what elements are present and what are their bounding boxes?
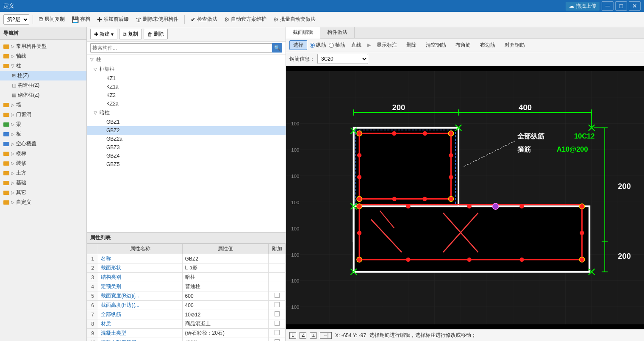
prop-checkbox[interactable] (275, 330, 280, 335)
nav-item-wall[interactable]: ▷ 墙 (0, 100, 86, 110)
props-row-check[interactable] (269, 301, 286, 310)
copy-component-button[interactable]: ⧉ 复制 (119, 29, 142, 39)
props-row-value[interactable]: (C30) (182, 338, 268, 341)
corner-rebar-button[interactable]: 布角筋 (452, 41, 474, 50)
delete-rebar-button[interactable]: 删除 (403, 41, 420, 50)
props-row-value[interactable]: 600 (182, 291, 268, 301)
tree-node-gbz3[interactable]: GBZ3 (87, 143, 286, 152)
search-button[interactable]: 🔍 (272, 43, 282, 53)
edge-rebar-button[interactable]: 布边筋 (477, 41, 499, 50)
nav-item-column[interactable]: ▽ 柱 (0, 61, 86, 71)
nav-item-decoration[interactable]: ▷ 装修 (0, 158, 86, 168)
props-row-check[interactable] (269, 273, 286, 282)
delete-unused-button[interactable]: 🗑 删除未使用构件 (133, 15, 181, 24)
straight-line-button[interactable]: 直线 (348, 41, 365, 50)
nav-item-hollow-floor[interactable]: ▷ 空心楼盖 (0, 139, 86, 149)
nav-title: 导航树 (0, 27, 86, 40)
nav-item-earthwork[interactable]: ▷ 土方 (0, 168, 86, 178)
svg-text:100: 100 (291, 200, 299, 205)
tree-node-gbz4[interactable]: GBZ4 (87, 152, 286, 160)
props-row-check[interactable] (269, 310, 286, 319)
search-input[interactable] (90, 43, 272, 53)
nav-sub-col-sb[interactable]: ▦ 砌体柱(Z) (0, 90, 86, 100)
canvas-area[interactable]: 100 100 100 100 100 100 100 100 (286, 66, 644, 329)
tree-node-gbz2a[interactable]: GBZ2a (87, 135, 286, 143)
tree-node-frame-col[interactable]: ▽ 框架柱 (87, 64, 286, 74)
props-row-value[interactable]: 10⊘12 (182, 310, 268, 319)
canvas-tabs: 截面编辑 构件做法 (286, 27, 644, 39)
minimize-button[interactable]: ─ (602, 1, 613, 11)
nav-sub-col-z[interactable]: ⊞ 柱(Z) (0, 71, 86, 80)
tree-node-gbz5[interactable]: GBZ5 (87, 160, 286, 169)
nav-item-common-types[interactable]: ▷ 常用构件类型 (0, 42, 86, 51)
tree-node-kz1a[interactable]: KZ1a (87, 83, 286, 91)
cloud-upload-button[interactable]: ☁ 拖拽上传 (565, 1, 600, 11)
save-button[interactable]: 💾 存档 (69, 15, 93, 24)
tree-node-kz1[interactable]: KZ1 (87, 74, 286, 83)
layer-select[interactable]: 第2层 第1层 第3层 (3, 14, 29, 25)
props-row-check[interactable] (269, 329, 286, 338)
tree-node-hidden-col[interactable]: ▽ 暗柱 (87, 108, 286, 118)
prop-checkbox[interactable] (275, 311, 280, 316)
props-row-check[interactable] (269, 319, 286, 329)
props-row-value[interactable]: 400 (182, 301, 268, 310)
svg-text:100: 100 (291, 226, 299, 231)
nav-item-other[interactable]: ▷ 其它 (0, 188, 86, 197)
select-tool-button[interactable]: 选择 (289, 40, 307, 50)
svg-point-39 (357, 204, 362, 209)
tree-node-gbz2[interactable]: GBZ2 (87, 126, 286, 135)
props-row-value[interactable]: 暗柱 (182, 273, 268, 282)
nav-item-beam[interactable]: ▷ 梁 (0, 119, 86, 129)
auto-method-button[interactable]: ⚙ 自动套方案维护 (222, 15, 269, 24)
prop-checkbox[interactable] (275, 293, 280, 298)
close-button[interactable]: ✕ (629, 1, 641, 11)
show-label-button[interactable]: 显示标注 (373, 41, 400, 50)
tab-section-edit[interactable]: 截面编辑 (286, 27, 320, 39)
prop-checkbox[interactable] (275, 321, 280, 326)
nav-sub-col-gz[interactable]: ◫ 构造柱(Z) (0, 80, 86, 90)
copy-floors-button[interactable]: ⧉ 层间复制 (36, 15, 67, 24)
tab-method[interactable]: 构件做法 (320, 27, 355, 38)
nav-item-foundation[interactable]: ▷ 基础 (0, 178, 86, 188)
props-row-value[interactable]: 普通柱 (182, 282, 268, 291)
tree-node-gbz1[interactable]: GBZ1 (87, 118, 286, 126)
prop-checkbox[interactable] (275, 302, 280, 307)
batch-auto-button[interactable]: ⚙ 批量自动套做法 (271, 15, 318, 24)
tree-node-root-col[interactable]: ▽ 柱 (87, 55, 286, 64)
prop-checkbox[interactable] (275, 339, 280, 341)
add-prefix-suffix-button[interactable]: ✚ 添加前后缀 (94, 15, 131, 24)
comp-search-bar: 🔍 (87, 42, 286, 55)
wall-icon (3, 103, 9, 107)
tree-node-kz2a[interactable]: KZ2a (87, 100, 286, 108)
props-row-name[interactable]: 名称 (98, 254, 182, 263)
props-row-value[interactable]: L-a形 (182, 263, 268, 273)
rebar-info-select[interactable]: 3C20 (317, 54, 368, 64)
align-rebar-button[interactable]: 对齐钢筋 (501, 41, 528, 50)
tree-node-kz2[interactable]: KZ2 (87, 91, 286, 100)
nav-item-slab[interactable]: ▷ 板 (0, 129, 86, 139)
nav-item-door-window[interactable]: ▷ 门窗洞 (0, 110, 86, 119)
canvas-panel: 截面编辑 构件做法 选择 纵筋 箍筋 直线 ▶ 显示标注 删除 清空钢筋 布角筋… (286, 27, 644, 341)
nav-item-custom[interactable]: ▷ 自定义 (0, 197, 86, 207)
props-row-check[interactable] (269, 263, 286, 273)
nav-item-axis[interactable]: ▷ 轴线 (0, 51, 86, 61)
delete-component-button[interactable]: 🗑 删除 (144, 29, 168, 39)
props-row-value[interactable]: 商品混凝土 (182, 319, 268, 329)
status-icon-3[interactable]: ⊥ (310, 332, 316, 339)
status-icon-1[interactable]: L (289, 332, 296, 339)
props-row-value[interactable]: GBZ2 (182, 254, 268, 263)
props-row-check[interactable] (269, 291, 286, 301)
clear-rebar-button[interactable]: 清空钢筋 (422, 41, 450, 50)
vertical-rebar-radio[interactable] (310, 43, 315, 48)
stirrup-radio[interactable] (329, 43, 334, 48)
props-row-value[interactable]: (碎石粒径：20石) (182, 329, 268, 338)
props-row-check[interactable] (269, 254, 286, 263)
check-method-button[interactable]: ✔ 检查做法 (188, 15, 220, 24)
nav-item-stairs[interactable]: ▷ 楼梯 (0, 149, 86, 158)
status-icon-2[interactable]: ∠ (300, 332, 306, 339)
props-row-check[interactable] (269, 338, 286, 341)
props-row-check[interactable] (269, 282, 286, 291)
status-icon-4[interactable]: →| (320, 332, 332, 339)
maximize-button[interactable]: □ (615, 1, 627, 11)
new-component-button[interactable]: ✚ 新建 ▾ (90, 29, 117, 39)
